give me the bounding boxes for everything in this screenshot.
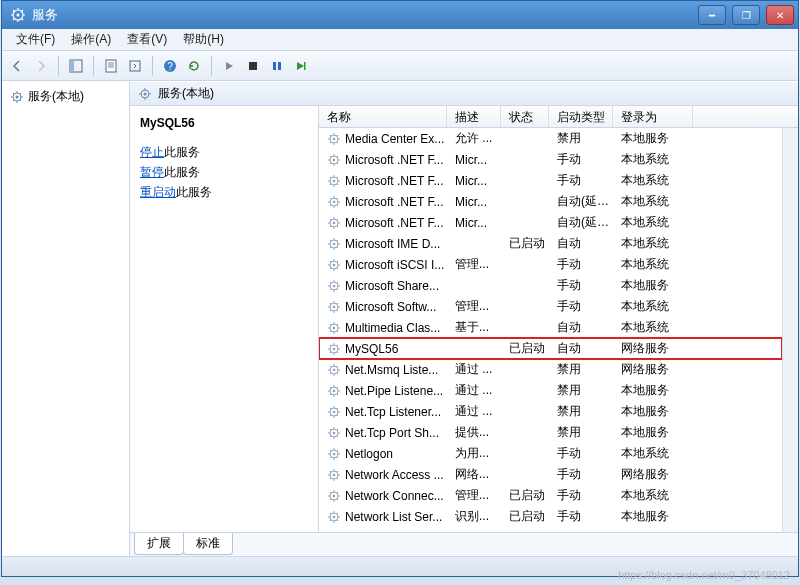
service-logon: 网络服务 xyxy=(613,340,693,357)
stop-service-button[interactable] xyxy=(242,55,264,77)
restart-service-button[interactable] xyxy=(290,55,312,77)
pause-service-button[interactable] xyxy=(266,55,288,77)
tab-extended[interactable]: 扩展 xyxy=(134,533,184,555)
service-desc: Micr... xyxy=(447,216,501,230)
menu-file[interactable]: 文件(F) xyxy=(8,29,63,50)
service-desc: 管理... xyxy=(447,487,501,504)
svg-point-36 xyxy=(333,305,336,308)
service-icon xyxy=(327,342,341,356)
table-row[interactable]: Net.Msmq Liste...通过 ...禁用网络服务 xyxy=(319,359,782,380)
svg-text:?: ? xyxy=(167,61,173,72)
svg-point-28 xyxy=(333,221,336,224)
service-logon: 本地服务 xyxy=(613,424,693,441)
table-row[interactable]: Network List Ser...识别...已启动手动本地服务 xyxy=(319,506,782,527)
table-row[interactable]: Microsoft IME D...已启动自动本地系统 xyxy=(319,233,782,254)
svg-point-30 xyxy=(333,242,336,245)
back-button[interactable] xyxy=(6,55,28,77)
table-row[interactable]: Microsoft Softw...管理...手动本地系统 xyxy=(319,296,782,317)
service-desc: 为用... xyxy=(447,445,501,462)
service-name: MySQL56 xyxy=(345,342,398,356)
service-name: Network Access ... xyxy=(345,468,444,482)
table-row[interactable]: Microsoft .NET F...Micr...手动本地系统 xyxy=(319,170,782,191)
service-name: Net.Tcp Port Sh... xyxy=(345,426,439,440)
menu-action[interactable]: 操作(A) xyxy=(63,29,119,50)
menubar: 文件(F) 操作(A) 查看(V) 帮助(H) xyxy=(2,29,798,51)
show-hide-tree-button[interactable] xyxy=(65,55,87,77)
service-rows[interactable]: Media Center Ex...允许 ...禁用本地服务Microsoft … xyxy=(319,128,782,532)
titlebar: 服务 ━ ❐ ✕ xyxy=(2,1,798,29)
tree-root-item[interactable]: 服务(本地) xyxy=(6,86,125,107)
service-icon xyxy=(327,321,341,335)
svg-point-40 xyxy=(333,347,336,350)
col-logon[interactable]: 登录为 xyxy=(613,106,693,127)
help-button[interactable]: ? xyxy=(159,55,181,77)
table-row[interactable]: Net.Tcp Port Sh...提供...禁用本地服务 xyxy=(319,422,782,443)
service-desc: 识别... xyxy=(447,508,501,525)
scrollbar[interactable] xyxy=(782,128,798,532)
services-icon xyxy=(10,7,26,23)
col-start[interactable]: 启动类型 xyxy=(549,106,613,127)
service-desc: 网络... xyxy=(447,466,501,483)
table-row[interactable]: Media Center Ex...允许 ...禁用本地服务 xyxy=(319,128,782,149)
table-row[interactable]: Net.Tcp Listener...通过 ...禁用本地服务 xyxy=(319,401,782,422)
col-name[interactable]: 名称 xyxy=(319,106,447,127)
service-icon xyxy=(327,153,341,167)
menu-help[interactable]: 帮助(H) xyxy=(175,29,232,50)
refresh-button[interactable] xyxy=(183,55,205,77)
table-row[interactable]: Microsoft Share...手动本地服务 xyxy=(319,275,782,296)
service-logon: 本地系统 xyxy=(613,235,693,252)
table-row[interactable]: Network Connec...管理...已启动手动本地系统 xyxy=(319,485,782,506)
service-name: Microsoft .NET F... xyxy=(345,174,443,188)
svg-point-46 xyxy=(333,410,336,413)
table-row[interactable]: Net.Pipe Listene...通过 ...禁用本地服务 xyxy=(319,380,782,401)
maximize-button[interactable]: ❐ xyxy=(732,5,760,25)
service-name: Microsoft .NET F... xyxy=(345,195,443,209)
stop-link[interactable]: 停止 xyxy=(140,145,164,159)
service-name: Microsoft iSCSI I... xyxy=(345,258,444,272)
col-state[interactable]: 状态 xyxy=(501,106,549,127)
minimize-button[interactable]: ━ xyxy=(698,5,726,25)
table-row[interactable]: Netlogon为用...手动本地系统 xyxy=(319,443,782,464)
table-row[interactable]: Microsoft .NET F...Micr...自动(延迟...本地系统 xyxy=(319,191,782,212)
col-desc[interactable]: 描述 xyxy=(447,106,501,127)
service-name: Microsoft IME D... xyxy=(345,237,440,251)
table-row[interactable]: Microsoft .NET F...Micr...手动本地系统 xyxy=(319,149,782,170)
service-logon: 本地系统 xyxy=(613,151,693,168)
forward-button[interactable] xyxy=(30,55,52,77)
service-icon xyxy=(327,195,341,209)
service-logon: 本地系统 xyxy=(613,445,693,462)
service-start: 自动 xyxy=(549,340,613,357)
start-service-button[interactable] xyxy=(218,55,240,77)
service-icon xyxy=(327,258,341,272)
svg-rect-4 xyxy=(106,60,116,72)
svg-point-54 xyxy=(333,494,336,497)
right-header-label: 服务(本地) xyxy=(158,85,214,102)
properties-button[interactable] xyxy=(100,55,122,77)
svg-rect-3 xyxy=(70,60,74,72)
svg-point-42 xyxy=(333,368,336,371)
service-name: Network List Ser... xyxy=(345,510,442,524)
service-name: Microsoft Share... xyxy=(345,279,439,293)
svg-point-56 xyxy=(333,515,336,518)
service-desc: 提供... xyxy=(447,424,501,441)
pause-link[interactable]: 暂停 xyxy=(140,165,164,179)
restart-link[interactable]: 重启动 xyxy=(140,185,176,199)
services-window: 服务 ━ ❐ ✕ 文件(F) 操作(A) 查看(V) 帮助(H) ? xyxy=(1,0,799,577)
tab-standard[interactable]: 标准 xyxy=(183,533,233,555)
service-name: Multimedia Clas... xyxy=(345,321,440,335)
table-row[interactable]: Multimedia Clas...基于...自动本地系统 xyxy=(319,317,782,338)
table-row[interactable]: Microsoft .NET F...Micr...自动(延迟...本地系统 xyxy=(319,212,782,233)
table-row[interactable]: Network Access ...网络...手动网络服务 xyxy=(319,464,782,485)
close-button[interactable]: ✕ xyxy=(766,5,794,25)
service-desc: Micr... xyxy=(447,174,501,188)
export-button[interactable] xyxy=(124,55,146,77)
menu-view[interactable]: 查看(V) xyxy=(119,29,175,50)
svg-point-1 xyxy=(17,14,20,17)
service-icon xyxy=(327,363,341,377)
svg-rect-13 xyxy=(278,62,281,70)
svg-point-32 xyxy=(333,263,336,266)
table-row[interactable]: MySQL56已启动自动网络服务 xyxy=(319,338,782,359)
table-row[interactable]: Microsoft iSCSI I...管理...手动本地系统 xyxy=(319,254,782,275)
service-name: Network Connec... xyxy=(345,489,444,503)
service-icon xyxy=(327,510,341,524)
